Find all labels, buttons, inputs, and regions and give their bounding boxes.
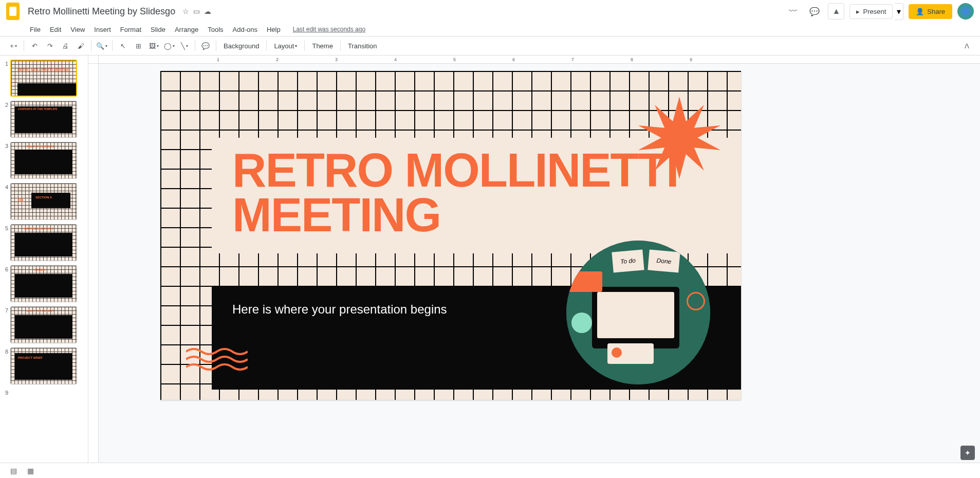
comments-icon[interactable]: 💬 <box>806 3 823 20</box>
line-tool[interactable]: ╲▾ <box>177 39 192 53</box>
slide-filmstrip[interactable]: 1 RETRO MOLLINETTI MEETING 2 CONTENTS OF… <box>0 56 88 463</box>
share-button[interactable]: 👤 Share <box>909 4 952 19</box>
thumb-number: 5 <box>3 224 10 231</box>
collapse-toolbar-button[interactable]: ᐱ <box>959 39 974 53</box>
thumb-number: 2 <box>3 101 10 108</box>
slide-canvas-area[interactable]: 1 2 3 4 5 6 7 8 9 RETRO MOLLINETTI MEETI… <box>88 56 980 463</box>
slide-thumb-8[interactable]: PROJECT BRIEF <box>10 347 77 384</box>
thumb-number: 1 <box>3 60 10 67</box>
vertical-ruler <box>88 64 99 463</box>
horizontal-ruler: 1 2 3 4 5 6 7 8 9 <box>99 56 980 64</box>
thumb-title: CONTENTS OF THIS TEMPLATE <box>18 108 58 111</box>
slide-subtitle[interactable]: Here is where your presentation begins <box>232 302 447 317</box>
slide-thumb-2[interactable]: CONTENTS OF THIS TEMPLATE <box>10 101 77 138</box>
slide-thumb-3[interactable]: TABLE OF CONTENTS <box>10 142 77 179</box>
thumb-number: 4 <box>3 183 10 190</box>
layout-button[interactable]: Layout▾ <box>270 39 301 53</box>
ruler-corner <box>88 56 99 64</box>
present-button[interactable]: ▸ Present <box>849 4 893 19</box>
menu-tools[interactable]: Tools <box>204 24 227 35</box>
slide-thumb-6[interactable]: AGENDA <box>10 265 77 302</box>
slide-thumb-4[interactable]: 01 SECTION A <box>10 183 77 220</box>
document-title[interactable]: Retro Mollinetti Meeting by Slidesgo <box>25 5 178 18</box>
new-slide-button[interactable]: +▾ <box>6 39 21 53</box>
thumb-title: PROJECT BRIEF <box>18 356 43 359</box>
print-button[interactable]: 🖨 <box>58 39 72 53</box>
computer-illustration: To do Done <box>566 241 710 384</box>
undo-button[interactable]: ↶ <box>27 39 42 53</box>
menu-edit[interactable]: Edit <box>46 24 65 35</box>
presentation-options-icon[interactable]: ▲ <box>828 3 844 20</box>
menu-help[interactable]: Help <box>263 24 285 35</box>
menu-slide[interactable]: Slide <box>146 24 170 35</box>
present-dropdown-button[interactable]: ▾ <box>895 3 903 20</box>
starburst-icon <box>638 97 720 179</box>
thumb-title: RETRO MOLLINETTI MEETING <box>17 68 70 71</box>
slides-logo-icon[interactable] <box>6 3 20 20</box>
cloud-icon[interactable]: ☁ <box>204 7 211 15</box>
thumb-title: AGENDA <box>34 269 46 271</box>
comment-tool[interactable]: 💬 <box>198 39 213 53</box>
slide-thumb-1[interactable]: RETRO MOLLINETTI MEETING <box>10 60 77 97</box>
activity-icon[interactable]: 〰 <box>785 3 801 20</box>
last-edit-link[interactable]: Last edit was seconds ago <box>293 26 365 33</box>
present-label: Present <box>863 8 886 15</box>
menu-arrange[interactable]: Arrange <box>171 24 202 35</box>
thumb-number: 8 <box>3 347 10 355</box>
zoom-out-button[interactable]: 🔍▾ <box>95 39 109 53</box>
waves-icon <box>186 346 248 374</box>
share-label: Share <box>927 8 945 15</box>
play-icon: ▸ <box>856 8 860 15</box>
menu-addons[interactable]: Add-ons <box>229 24 262 35</box>
filmstrip-view-icon[interactable]: ▤ <box>10 467 17 475</box>
menu-insert[interactable]: Insert <box>90 24 115 35</box>
transition-button[interactable]: Transition <box>344 39 381 53</box>
background-button[interactable]: Background <box>219 39 263 53</box>
thumb-number: 3 <box>3 142 10 149</box>
slide-thumb-7[interactable]: ABOUT THE PROJECT <box>10 306 77 343</box>
slide-editor[interactable]: RETRO MOLLINETTI MEETING Here is where y… <box>160 71 741 400</box>
thumb-title: MEETING OBJECTIVES <box>24 228 53 230</box>
thumb-number: 7 <box>3 306 10 314</box>
share-person-icon: 👤 <box>916 8 924 15</box>
theme-button[interactable]: Theme <box>308 39 337 53</box>
star-icon[interactable]: ☆ <box>182 7 189 15</box>
move-icon[interactable]: ▭ <box>193 7 200 15</box>
menu-file[interactable]: File <box>26 24 45 35</box>
slide-thumb-5[interactable]: MEETING OBJECTIVES <box>10 224 77 261</box>
thumb-number: 9 <box>3 389 10 396</box>
shape-tool[interactable]: ◯▾ <box>162 39 176 53</box>
thumb-title: TABLE OF CONTENTS <box>26 145 54 148</box>
textbox-tool[interactable]: ⊞ <box>131 39 145 53</box>
explore-button[interactable]: ✦ <box>960 446 975 460</box>
grid-view-icon[interactable]: ▦ <box>27 467 34 475</box>
account-avatar[interactable] <box>957 3 974 20</box>
thumb-number: 6 <box>3 265 10 272</box>
menu-format[interactable]: Format <box>116 24 145 35</box>
paint-format-button[interactable]: 🖌 <box>73 39 88 53</box>
menu-view[interactable]: View <box>66 24 89 35</box>
svg-marker-0 <box>638 97 720 179</box>
select-tool[interactable]: ↖ <box>116 39 130 53</box>
thumb-title: ABOUT THE PROJECT <box>26 310 54 312</box>
redo-button[interactable]: ↷ <box>43 39 57 53</box>
image-tool[interactable]: 🖼▾ <box>146 39 161 53</box>
